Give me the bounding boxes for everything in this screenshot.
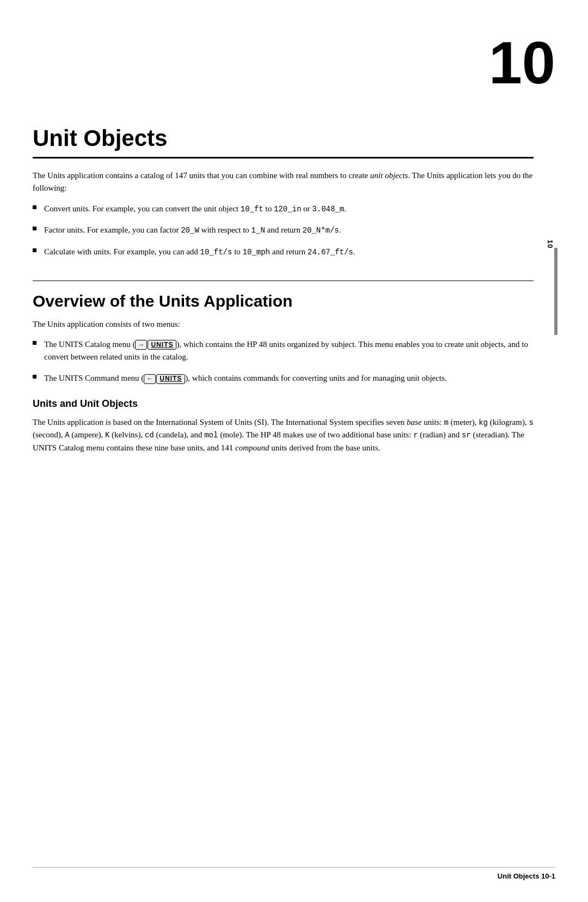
title-rule — [33, 157, 534, 159]
bullet-icon — [33, 375, 36, 379]
code-cd: cd — [145, 431, 154, 440]
code-120in: 120_in — [274, 205, 301, 214]
units-subsection-paragraph: The Units application is based on the In… — [33, 416, 534, 455]
overview-bullet-list: The UNITS Catalog menu (→UNITS), which c… — [33, 338, 534, 385]
code-r: r — [413, 431, 418, 440]
code-20w: 20_W — [181, 226, 199, 235]
right-arrow-icon: → — [135, 340, 147, 350]
italic-compound: compound — [235, 443, 270, 452]
bullet-content-calculate: Calculate with units. For example, you c… — [44, 246, 534, 259]
code-20nms: 20_N*m/s — [303, 226, 339, 235]
italic-base: base — [407, 418, 422, 426]
chapter-number: 10 — [489, 29, 555, 96]
chapter-title-section: Unit Objects — [33, 125, 534, 159]
code-3048m: 3.048_m — [312, 205, 344, 214]
chapter-title: Unit Objects — [33, 125, 534, 151]
intro-paragraph: The Units application contains a catalog… — [33, 169, 534, 195]
bullet-content-catalog: The UNITS Catalog menu (→UNITS), which c… — [44, 338, 534, 364]
units-subsection-heading: Units and Unit Objects — [33, 398, 534, 410]
overview-heading: Overview of the Units Application — [33, 292, 534, 310]
code-a: A — [65, 431, 69, 440]
code-m: m — [444, 418, 448, 427]
list-item: Factor units. For example, you can facto… — [33, 224, 534, 237]
code-2467fts: 24.67_ft/s — [308, 248, 353, 257]
units-label-catalog: UNITS — [148, 340, 176, 350]
right-border-bar — [554, 248, 558, 335]
bullet-icon — [33, 227, 36, 230]
code-10fts: 10_ft/s — [200, 248, 232, 257]
footer-text: Unit Objects 10-1 — [498, 872, 555, 880]
section-divider-overview — [33, 281, 534, 281]
code-10mph: 10_mph — [243, 248, 270, 257]
code-kg: kg — [479, 418, 488, 427]
kbd-group-catalog: →UNITS — [135, 340, 176, 350]
code-10ft: 10_ft — [241, 205, 264, 214]
bullet-content-command: The UNITS Command menu (←UNITS), which c… — [44, 372, 534, 385]
page-footer: Unit Objects 10-1 — [33, 867, 555, 880]
code-s: s — [529, 418, 533, 427]
italic-unit-objects: unit objects — [370, 171, 408, 180]
chapter-number-area: 10 — [489, 33, 555, 93]
list-item: The UNITS Catalog menu (→UNITS), which c… — [33, 338, 534, 364]
code-sr: sr — [462, 431, 471, 440]
bullet-icon — [33, 341, 36, 345]
list-item: Convert units. For example, you can conv… — [33, 203, 534, 216]
code-mol: mol — [204, 431, 218, 440]
bullet-list: Convert units. For example, you can conv… — [33, 203, 534, 259]
overview-intro: The Units application consists of two me… — [33, 318, 534, 331]
page-side-indicator: 10 — [546, 240, 554, 248]
bullet-content-convert: Convert units. For example, you can conv… — [44, 203, 534, 216]
bullet-icon — [33, 205, 36, 209]
code-1n: 1_N — [252, 226, 265, 235]
kbd-group-command: ←UNITS — [144, 374, 185, 384]
code-k: K — [105, 431, 109, 440]
bullet-content-factor: Factor units. For example, you can facto… — [44, 224, 534, 237]
main-content: Unit Objects The Units application conta… — [33, 125, 534, 462]
left-arrow-icon: ← — [144, 374, 156, 384]
list-item: Calculate with units. For example, you c… — [33, 246, 534, 259]
list-item: The UNITS Command menu (←UNITS), which c… — [33, 372, 534, 385]
bullet-icon — [33, 248, 36, 252]
page-container: 10 10 Unit Objects The Units application… — [0, 0, 588, 902]
units-label-command: UNITS — [156, 374, 185, 384]
